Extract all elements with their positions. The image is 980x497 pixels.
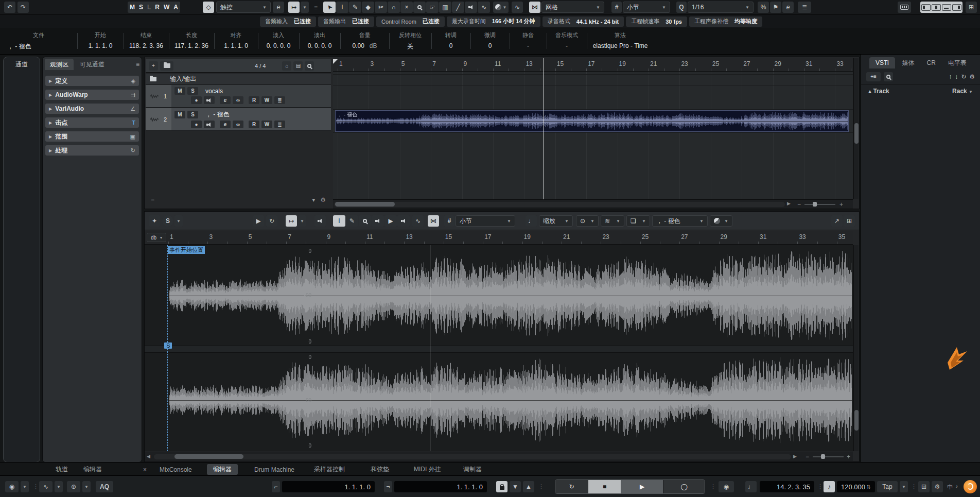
tab-inspector[interactable]: 观测区 bbox=[45, 59, 74, 70]
freeze-button[interactable]: ∞ bbox=[233, 121, 243, 128]
cycle-button[interactable]: ↻ bbox=[555, 479, 588, 494]
inspector-section-definition[interactable]: ▶定义◈ bbox=[45, 76, 139, 86]
center-zone-toggle[interactable] bbox=[932, 4, 941, 11]
project-cursor[interactable] bbox=[544, 58, 544, 199]
info-start[interactable]: 开始1. 1. 1. 0 bbox=[77, 28, 124, 54]
editor-event-select[interactable]: ， - 褪色▼ bbox=[652, 215, 708, 227]
lanes-button[interactable]: ≣ bbox=[274, 96, 285, 104]
timeline-ruler[interactable]: 13579111315171921232527293133 bbox=[333, 58, 853, 72]
close-lower-zone-button[interactable]: × bbox=[140, 464, 150, 475]
editor-view-options[interactable]: ⊙▼ bbox=[576, 215, 599, 227]
move-down-icon[interactable]: ↓ bbox=[955, 73, 958, 80]
left-locator-icon[interactable]: ⌐ bbox=[272, 481, 280, 492]
tab-vsti[interactable]: VSTi bbox=[869, 57, 895, 68]
visibility-agent-button[interactable]: ⌂ bbox=[282, 61, 291, 71]
scrollbar-track[interactable] bbox=[334, 202, 785, 207]
tab-editor[interactable]: 编辑器 bbox=[207, 464, 238, 475]
rack-section-header[interactable]: Rack ▼ bbox=[952, 88, 973, 95]
inspector-section-hitpoints[interactable]: ▶击点T bbox=[45, 117, 139, 128]
find-instrument-button[interactable] bbox=[884, 72, 893, 81]
info-volume[interactable]: 音量0.00 dB bbox=[340, 28, 389, 54]
tab-media[interactable]: 媒体 bbox=[897, 57, 920, 68]
automation-panel-button[interactable]: e bbox=[273, 2, 284, 13]
setup-window-layout-button[interactable]: ⊞ bbox=[966, 2, 977, 13]
pads-button[interactable]: ⊞ bbox=[918, 481, 930, 492]
info-fade-in[interactable]: 淡入0. 0. 0. 0 bbox=[258, 28, 299, 54]
scrollbar-thumb[interactable] bbox=[854, 123, 859, 144]
status-audio-input[interactable]: 音频输入已连接 bbox=[260, 16, 316, 27]
tab-chord-pads[interactable]: 和弦垫 bbox=[364, 464, 395, 475]
warp-tool[interactable]: ∿ bbox=[478, 2, 490, 13]
grid-type-select[interactable]: 小节▼ bbox=[623, 2, 670, 13]
comp-tool[interactable]: ▥ bbox=[439, 2, 451, 13]
editor-autoscroll-options[interactable]: ▼ bbox=[298, 215, 306, 227]
db-scale-button[interactable]: db▾ bbox=[147, 233, 166, 242]
scrollbar-track[interactable] bbox=[154, 454, 791, 459]
shrink-tracks-button[interactable]: − bbox=[151, 196, 154, 203]
scroll-right-arrow[interactable]: ▶ bbox=[793, 454, 797, 459]
tempo-field[interactable]: 120.000⇅ bbox=[837, 481, 875, 492]
glue-tool[interactable]: ∩ bbox=[388, 2, 400, 13]
audio-activity-options[interactable]: ▼ bbox=[55, 481, 63, 492]
info-snap-point[interactable]: 对齐1. 1. 1. 0 bbox=[214, 28, 258, 54]
right-zone-toggle[interactable] bbox=[952, 4, 961, 11]
info-length[interactable]: 长度117. 1. 2. 36 bbox=[169, 28, 214, 54]
erase-tool[interactable]: ◆ bbox=[362, 2, 374, 13]
audio-event[interactable]: ， - 褪色 bbox=[335, 110, 849, 132]
editor-zero-crossing-toggle[interactable]: ∿ bbox=[412, 215, 424, 227]
info-file[interactable]: 文件， - 褪色 bbox=[0, 28, 77, 54]
status-pan-law[interactable]: 工程声像补偿均等响度 bbox=[689, 16, 762, 27]
tap-tempo-button[interactable]: Tap bbox=[877, 481, 898, 492]
freeze-button[interactable]: ∞ bbox=[233, 96, 243, 104]
automation-mode-icon[interactable]: ◇ bbox=[203, 2, 214, 13]
time-format-button[interactable]: ♩ bbox=[745, 481, 757, 492]
status-record-time[interactable]: 最大录音时间166 小时 14 分钟 bbox=[447, 16, 540, 27]
read-automation-button[interactable]: R bbox=[249, 96, 259, 104]
status-record-format[interactable]: 录音格式44.1 kHz - 24 bit bbox=[542, 16, 624, 27]
record-enable-button[interactable]: ● bbox=[191, 121, 202, 128]
tab-sampler-control[interactable]: 采样器控制 bbox=[308, 464, 351, 475]
right-locator-field[interactable]: 1. 1. 1. 0 bbox=[394, 481, 487, 492]
tracklist-settings-icon[interactable]: ⚙ bbox=[320, 196, 326, 203]
info-fade-out[interactable]: 淡出0. 0. 0. 0 bbox=[299, 28, 340, 54]
mute-tool[interactable]: × bbox=[400, 2, 413, 13]
track-name[interactable]: ， - 褪色 bbox=[205, 110, 230, 119]
scrollbar-thumb[interactable] bbox=[854, 410, 859, 431]
undo-button[interactable]: ↶ bbox=[4, 2, 15, 13]
tab-midi-plugins[interactable]: MIDI 外挂 bbox=[408, 464, 447, 475]
zero-crossing-toggle[interactable]: ∿ bbox=[512, 2, 523, 13]
tempo-spinner[interactable]: ⇅ bbox=[867, 484, 871, 490]
editor-cursor[interactable] bbox=[430, 245, 430, 451]
editor-autoscroll-button[interactable]: ↦ bbox=[286, 215, 297, 227]
color-tool-button[interactable]: ▼ bbox=[493, 2, 509, 13]
editor-layers-options[interactable]: ≋▼ bbox=[601, 215, 624, 227]
mute-all-button[interactable]: M bbox=[130, 4, 135, 11]
read-automation-button[interactable]: R bbox=[249, 121, 259, 128]
track-name[interactable]: vocals bbox=[205, 88, 223, 95]
zoom-out-button[interactable]: − bbox=[806, 453, 809, 460]
pin-editor-button[interactable]: ✦ bbox=[149, 215, 160, 227]
editor-stack-options[interactable]: ❏▼ bbox=[626, 215, 650, 227]
editor-play-button[interactable]: ▶ bbox=[253, 215, 264, 227]
zone-tab-editor[interactable]: 编辑器 bbox=[77, 464, 108, 475]
network-button[interactable]: ⊕ bbox=[67, 481, 80, 492]
expand-icon[interactable]: ▾ bbox=[312, 196, 315, 203]
audio-activity-button[interactable]: ∿ bbox=[39, 481, 52, 492]
lock-punch-button[interactable] bbox=[496, 481, 507, 492]
listen-all-button[interactable]: L bbox=[147, 4, 151, 11]
track-section-header[interactable]: ▴ Track bbox=[868, 88, 889, 95]
inspector-section-audiowarp[interactable]: ▶AudioWarp⇉ bbox=[45, 90, 139, 100]
mute-button[interactable]: M bbox=[174, 111, 185, 118]
track-filter-button[interactable]: ▤ bbox=[293, 61, 303, 71]
editor-quantize-note-button[interactable]: ♩ bbox=[526, 215, 537, 227]
automation-mode-select[interactable]: 触控▼ bbox=[216, 2, 271, 13]
app-logo-icon[interactable] bbox=[964, 480, 977, 493]
edit-channel-button[interactable]: e bbox=[220, 121, 231, 128]
tab-drum-machine[interactable]: Drum Machine bbox=[248, 464, 301, 475]
auto-quantize-button[interactable]: AQ bbox=[96, 481, 113, 492]
find-track-button[interactable] bbox=[305, 61, 314, 71]
zoom-slider[interactable] bbox=[813, 456, 844, 457]
track-row-io-folder[interactable]: 输入/输出 bbox=[146, 74, 331, 84]
tempo-track-button[interactable]: ♪ bbox=[824, 481, 835, 492]
event-display[interactable]: 13579111315171921232527293133 ， - 褪色 bbox=[333, 58, 853, 199]
